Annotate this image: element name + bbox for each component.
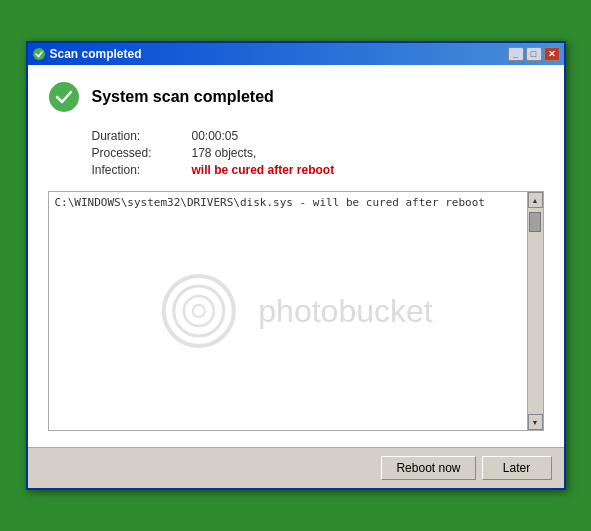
window-content: System scan completed Duration: 00:00:05… [28,65,564,447]
scroll-track[interactable] [528,208,543,414]
info-grid: Duration: 00:00:05 Processed: 178 object… [92,129,544,177]
duration-value: 00:00:05 [192,129,544,143]
later-button[interactable]: Later [482,456,552,480]
close-button[interactable]: ✕ [544,47,560,61]
scroll-up-button[interactable]: ▲ [528,192,543,208]
svg-point-1 [49,82,79,112]
title-bar: Scan completed _ □ ✕ [28,43,564,65]
window-icon [32,47,46,61]
scroll-down-button[interactable]: ▼ [528,414,543,430]
shield-icon [48,81,80,113]
log-entry: C:\WINDOWS\system32\DRIVERS\disk.sys - w… [55,196,485,209]
maximize-button[interactable]: □ [526,47,542,61]
log-content: C:\WINDOWS\system32\DRIVERS\disk.sys - w… [49,192,527,430]
window-title: Scan completed [50,47,142,61]
bottom-bar: Reboot now Later [28,447,564,488]
processed-value: 178 objects, [192,146,544,160]
title-buttons: _ □ ✕ [508,47,560,61]
scroll-thumb[interactable] [529,212,541,232]
svg-point-0 [33,48,45,60]
main-window: Scan completed _ □ ✕ System scan complet… [26,41,566,490]
log-scrollbar: ▲ ▼ [527,192,543,430]
title-bar-left: Scan completed [32,47,142,61]
infection-value: will be cured after reboot [192,163,544,177]
scan-title: System scan completed [92,88,274,106]
log-box: C:\WINDOWS\system32\DRIVERS\disk.sys - w… [48,191,544,431]
reboot-now-button[interactable]: Reboot now [381,456,475,480]
minimize-button[interactable]: _ [508,47,524,61]
infection-label: Infection: [92,163,192,177]
header-section: System scan completed [48,81,544,113]
processed-label: Processed: [92,146,192,160]
duration-label: Duration: [92,129,192,143]
